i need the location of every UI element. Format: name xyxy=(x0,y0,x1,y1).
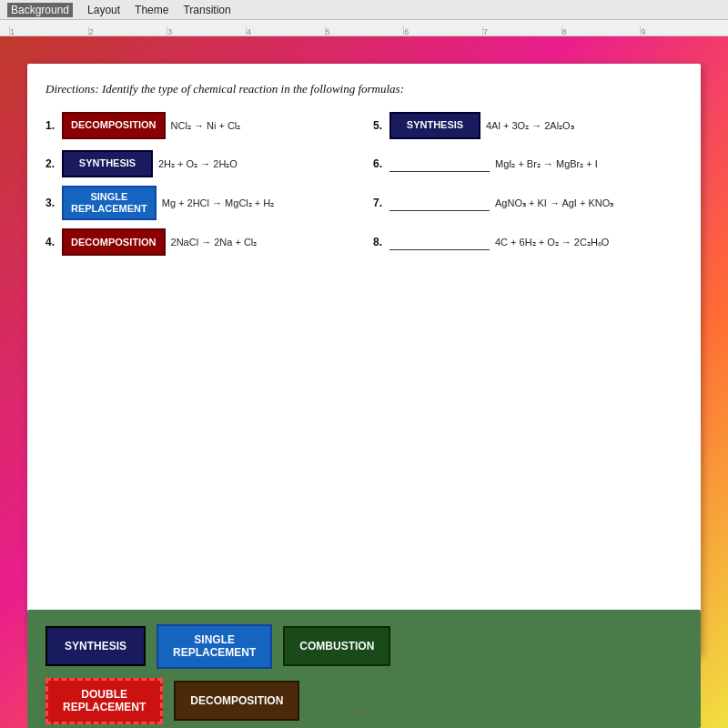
menu-layout[interactable]: Layout xyxy=(87,4,120,16)
reaction-number-4: 4. xyxy=(46,236,56,248)
pagination-dots: • • • xyxy=(0,706,728,721)
formula-6: MgI₂ + Br₂ → MgBr₂ + I xyxy=(495,158,598,170)
answer-single-replacement[interactable]: SINGLEREPLACEMENT xyxy=(157,624,272,669)
reaction-row-3: 3. SINGLEREPLACEMENT Mg + 2HCl → MgCl₂ +… xyxy=(46,186,355,220)
formula-5: 4Al + 3O₂ → 2Al₂O₃ xyxy=(486,120,574,132)
reaction-number-2: 2. xyxy=(46,157,56,170)
reaction-row-1: 1. DECOMPOSITION NCl₂ → Ni + Cl₂ xyxy=(46,109,355,142)
ruler-mark: 6 xyxy=(403,26,482,35)
reaction-row-5: 5. SYNTHESIS 4Al + 3O₂ → 2Al₂O₃ xyxy=(373,109,682,142)
reaction-number-5: 5. xyxy=(373,119,384,132)
blank-6[interactable] xyxy=(389,156,490,172)
slide-content: Directions: Identify the type of chemica… xyxy=(27,64,701,655)
formula-2: 2H₂ + O₂ → 2H₂O xyxy=(158,158,238,170)
menu-transition[interactable]: Transition xyxy=(183,4,230,16)
reaction-number-8: 8. xyxy=(373,236,384,248)
reaction-row-6: 6. MgI₂ + Br₂ → MgBr₂ + I xyxy=(373,147,682,180)
formula-1: NCl₂ → Ni + Cl₂ xyxy=(171,120,241,132)
ruler-mark: 2 xyxy=(88,26,167,35)
reaction-number-6: 6. xyxy=(373,157,384,170)
ruler-mark: 9 xyxy=(640,26,719,35)
label-decomposition-1[interactable]: DECOMPOSITION xyxy=(62,112,166,139)
reaction-row-7: 7. AgNO₃ + KI → AgI + KNO₃ xyxy=(373,186,682,220)
answer-synthesis[interactable]: SYNTHESIS xyxy=(46,626,146,666)
menu-theme[interactable]: Theme xyxy=(135,4,168,16)
label-synthesis-5[interactable]: SYNTHESIS xyxy=(389,112,480,139)
formula-3: Mg + 2HCl → MgCl₂ + H₂ xyxy=(162,197,275,209)
answer-combustion[interactable]: COMBUSTION xyxy=(283,626,390,666)
reaction-row-8: 8. 4C + 6H₂ + O₂ → 2C₂H₆O xyxy=(373,226,682,258)
ruler-mark: 7 xyxy=(482,26,561,35)
formula-7: AgNO₃ + KI → AgI + KNO₃ xyxy=(495,197,613,209)
reaction-row-4: 4. DECOMPOSITION 2NaCl → 2Na + Cl₂ xyxy=(46,226,355,258)
menu-background[interactable]: Background xyxy=(7,3,73,17)
ruler-mark: 5 xyxy=(325,26,404,35)
formula-4: 2NaCl → 2Na + Cl₂ xyxy=(171,237,258,248)
ruler: 1 2 3 4 5 6 7 8 9 xyxy=(0,20,728,36)
ruler-mark: 1 xyxy=(9,26,88,35)
reaction-number-1: 1. xyxy=(46,119,56,132)
formula-8: 4C + 6H₂ + O₂ → 2C₂H₆O xyxy=(495,237,609,248)
slide-area: Directions: Identify the type of chemica… xyxy=(0,36,728,728)
blank-8[interactable] xyxy=(389,234,490,250)
ruler-mark: 3 xyxy=(167,26,246,35)
ruler-mark: 8 xyxy=(561,26,641,35)
reaction-number-3: 3. xyxy=(46,197,56,209)
label-decomposition-4[interactable]: DECOMPOSITION xyxy=(62,228,166,256)
reactions-grid: 1. DECOMPOSITION NCl₂ → Ni + Cl₂ 5. SYNT… xyxy=(46,109,682,258)
label-single-replacement-3[interactable]: SINGLEREPLACEMENT xyxy=(62,186,157,220)
label-synthesis-2[interactable]: SYNTHESIS xyxy=(62,150,153,177)
directions-text: Directions: Identify the type of chemica… xyxy=(46,82,682,96)
answer-row-1: SYNTHESIS SINGLEREPLACEMENT COMBUSTION xyxy=(46,624,682,669)
blank-7[interactable] xyxy=(389,195,490,211)
reaction-row-2: 2. SYNTHESIS 2H₂ + O₂ → 2H₂O xyxy=(46,147,355,180)
menu-bar: Background Layout Theme Transition xyxy=(0,0,728,20)
reaction-number-7: 7. xyxy=(373,197,384,209)
ruler-mark: 4 xyxy=(246,26,325,35)
